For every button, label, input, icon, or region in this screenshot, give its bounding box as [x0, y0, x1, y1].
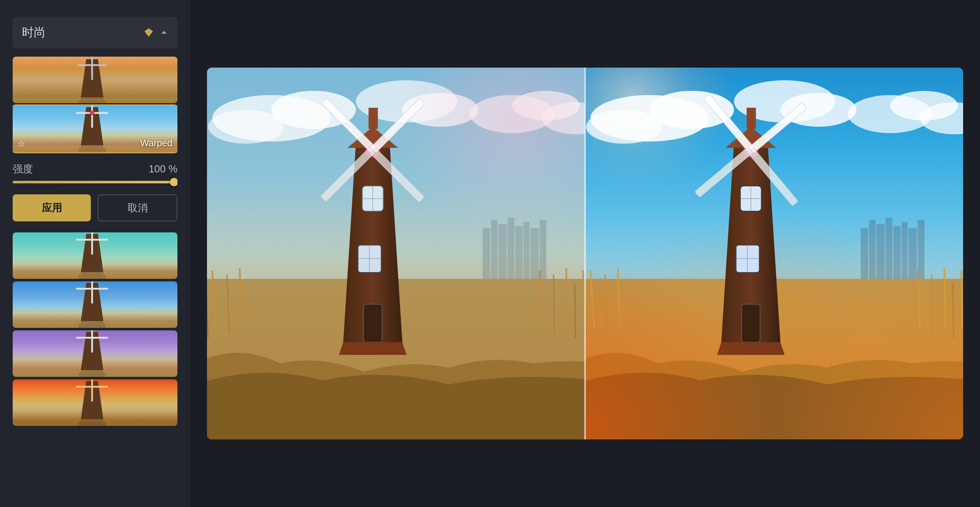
intensity-slider-track[interactable]	[13, 181, 177, 183]
filter-item-4[interactable]	[13, 281, 177, 328]
svg-rect-43	[13, 419, 177, 426]
action-buttons: 应用 取消	[13, 194, 177, 221]
cancel-button[interactable]: 取消	[98, 194, 177, 221]
sidebar: 时尚	[0, 0, 190, 507]
filter-favorite-icon[interactable]: ☆	[18, 139, 25, 149]
svg-rect-22	[13, 272, 177, 279]
preview-before	[207, 68, 585, 439]
svg-rect-88	[207, 68, 585, 439]
intensity-value: 100 %	[149, 163, 177, 175]
filter-item-5[interactable]	[13, 330, 177, 377]
preview-after	[585, 68, 963, 439]
category-header[interactable]: 时尚	[13, 17, 177, 48]
preview-container	[207, 68, 963, 439]
svg-point-14	[90, 111, 94, 115]
svg-rect-29	[13, 321, 177, 328]
svg-rect-7	[13, 98, 177, 103]
category-title: 时尚	[22, 25, 46, 41]
intensity-row: 强度 100 %	[13, 162, 177, 176]
filter-label-warped: Warped	[140, 138, 172, 149]
filter-item-3[interactable]	[13, 232, 177, 279]
filter-list: ☆ Warped 强度 100 % 应用 取消	[13, 57, 177, 426]
scene-after	[585, 68, 963, 439]
header-icons	[144, 27, 168, 38]
main-area	[190, 0, 980, 507]
filter-item-warped[interactable]: ☆ Warped	[13, 106, 177, 152]
diamond-icon	[144, 27, 154, 38]
intensity-section: 强度 100 %	[13, 162, 177, 185]
intensity-label: 强度	[13, 162, 33, 176]
apply-button[interactable]: 应用	[13, 194, 91, 221]
split-divider[interactable]	[584, 68, 586, 439]
after-scene-svg	[585, 68, 963, 439]
scene-before	[207, 68, 585, 439]
svg-rect-36	[13, 370, 177, 377]
chevron-up-icon[interactable]	[160, 28, 168, 37]
before-scene-svg	[207, 68, 585, 439]
filter-item-6[interactable]	[13, 379, 177, 426]
intensity-slider-thumb[interactable]	[170, 178, 177, 186]
intensity-slider-fill	[13, 181, 177, 183]
svg-rect-135	[585, 68, 963, 439]
filter-item-1[interactable]	[13, 57, 177, 103]
